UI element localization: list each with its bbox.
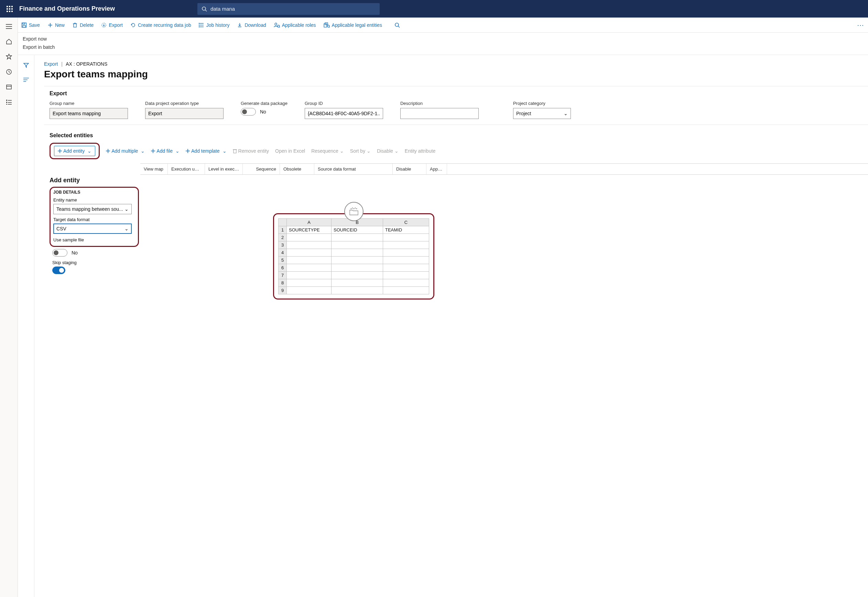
global-search-input[interactable]: data mana bbox=[197, 3, 380, 15]
search-icon bbox=[202, 6, 207, 12]
svg-rect-4 bbox=[9, 8, 10, 10]
svg-line-10 bbox=[205, 10, 207, 11]
svg-rect-8 bbox=[11, 10, 13, 12]
svg-rect-5 bbox=[11, 8, 13, 10]
svg-rect-0 bbox=[6, 6, 8, 7]
app-launcher-icon[interactable] bbox=[3, 3, 16, 15]
svg-rect-2 bbox=[11, 6, 13, 7]
app-title: Finance and Operations Preview bbox=[19, 5, 115, 12]
svg-rect-6 bbox=[6, 10, 8, 12]
search-text: data mana bbox=[211, 6, 235, 12]
svg-point-9 bbox=[202, 7, 206, 10]
svg-rect-3 bbox=[6, 8, 8, 10]
svg-rect-1 bbox=[9, 6, 10, 7]
svg-rect-7 bbox=[9, 10, 10, 12]
